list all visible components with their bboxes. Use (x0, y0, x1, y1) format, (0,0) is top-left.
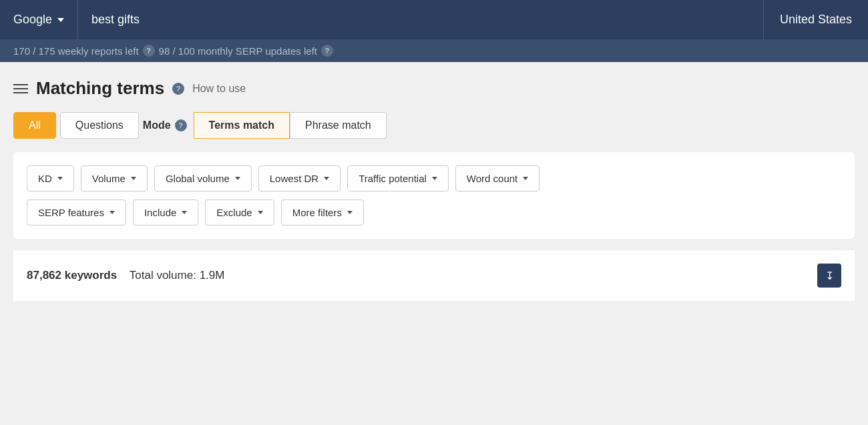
engine-chevron-icon (57, 18, 64, 22)
filter-lowest-dr[interactable]: Lowest DR (258, 165, 341, 191)
global-volume-chevron-icon (235, 177, 240, 180)
tab-all[interactable]: All (13, 112, 56, 139)
mode-label: Mode ? (143, 119, 187, 131)
word-count-chevron-icon (523, 177, 528, 180)
kd-chevron-icon (57, 177, 63, 180)
filter-row-2: SERP features Include Exclude More filte… (27, 199, 841, 226)
hamburger-line (13, 84, 28, 85)
how-to-use-link[interactable]: How to use (192, 83, 246, 95)
filters-area: KD Volume Global volume Lowest DR Traffi… (13, 152, 855, 239)
filter-serp-features[interactable]: SERP features (27, 199, 126, 226)
title-row: Matching terms ? How to use (13, 78, 855, 99)
more-filters-chevron-icon (347, 211, 353, 214)
hamburger-icon[interactable] (13, 84, 28, 93)
exclude-chevron-icon (258, 211, 263, 214)
serp-updates-text: 98 / 100 monthly SERP updates left (159, 45, 317, 57)
results-text: 87,862 keywords Total volume: 1.9M (27, 269, 224, 282)
filter-exclude[interactable]: Exclude (205, 199, 274, 226)
tab-questions[interactable]: Questions (60, 112, 139, 139)
region-label[interactable]: United States (763, 0, 868, 39)
results-bar: 87,862 keywords Total volume: 1.9M ↧ (13, 250, 855, 301)
filter-kd[interactable]: KD (27, 165, 74, 191)
include-chevron-icon (182, 211, 187, 214)
title-help-icon[interactable]: ? (172, 83, 184, 95)
how-to-use-text: How to use (192, 83, 246, 95)
filter-global-volume[interactable]: Global volume (154, 165, 252, 191)
engine-select[interactable]: Google (0, 0, 78, 39)
tabs-row: All Questions Mode ? Terms match Phrase … (13, 112, 855, 139)
traffic-potential-chevron-icon (432, 177, 437, 180)
tab-phrase-match[interactable]: Phrase match (290, 112, 387, 139)
filter-more[interactable]: More filters (281, 199, 364, 226)
search-area[interactable] (78, 0, 763, 39)
main-content: Matching terms ? How to use All Question… (0, 62, 868, 301)
top-bar: Google United States (0, 0, 868, 39)
keywords-count: 87,862 keywords (27, 269, 117, 282)
filter-traffic-potential[interactable]: Traffic potential (347, 165, 449, 191)
total-volume: Total volume: 1.9M (130, 269, 225, 282)
hamburger-line (13, 92, 28, 93)
mode-help-icon[interactable]: ? (175, 119, 187, 131)
export-icon: ↧ (825, 270, 834, 282)
serp-features-chevron-icon (110, 211, 115, 214)
filter-word-count[interactable]: Word count (455, 165, 539, 191)
filter-volume[interactable]: Volume (81, 165, 148, 191)
lowest-dr-chevron-icon (324, 177, 329, 180)
sub-bar: 170 / 175 weekly reports left ? 98 / 100… (0, 39, 868, 62)
page-title: Matching terms (36, 78, 164, 99)
engine-label: Google (13, 13, 52, 27)
volume-chevron-icon (131, 177, 136, 180)
reports-left-text: 170 / 175 weekly reports left (13, 45, 139, 57)
filter-include[interactable]: Include (133, 199, 198, 226)
serp-help-icon[interactable]: ? (321, 45, 333, 57)
tab-terms-match[interactable]: Terms match (194, 112, 290, 139)
hamburger-line (13, 88, 28, 89)
export-button[interactable]: ↧ (817, 264, 841, 288)
search-input[interactable] (91, 13, 750, 27)
filter-row-1: KD Volume Global volume Lowest DR Traffi… (27, 165, 841, 191)
reports-help-icon[interactable]: ? (143, 45, 155, 57)
